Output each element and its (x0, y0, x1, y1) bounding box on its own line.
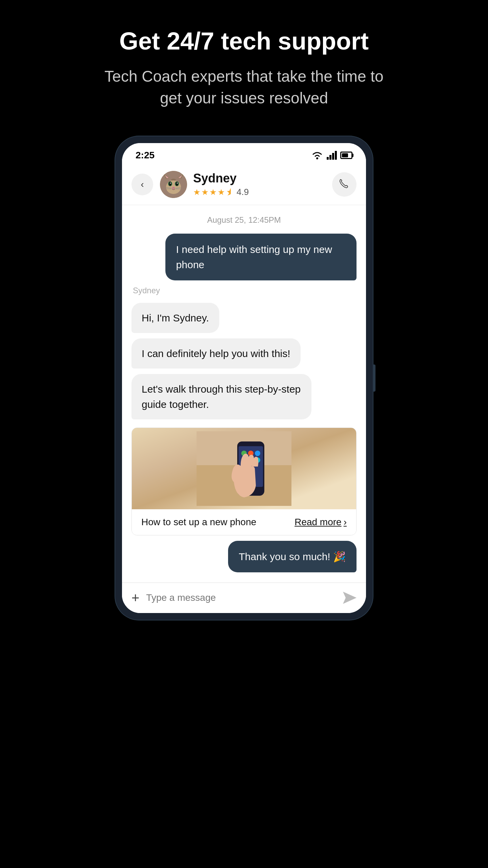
star-1: ★ (193, 188, 201, 197)
svg-marker-32 (343, 592, 357, 604)
agent-avatar (160, 171, 187, 198)
rating-number: 4.9 (237, 187, 249, 197)
page-title: Get 24/7 tech support (119, 27, 369, 55)
star-4: ★ (218, 188, 225, 197)
page-subtitle: Tech Coach experts that take the time to… (92, 65, 396, 109)
incoming-message-2: I can definitely help you with this! (131, 338, 301, 369)
chevron-right-icon: › (344, 517, 347, 528)
phone-in-hand-illustration (197, 431, 291, 506)
svg-point-14 (176, 182, 178, 186)
svg-rect-4 (335, 151, 337, 160)
message-input[interactable] (146, 592, 336, 603)
status-time: 2:25 (136, 150, 155, 161)
battery-icon (340, 152, 352, 159)
svg-rect-2 (329, 155, 331, 160)
star-2: ★ (201, 188, 209, 197)
send-button[interactable] (343, 592, 357, 604)
card-image (132, 428, 356, 509)
read-more-link[interactable]: Read more › (294, 517, 347, 528)
phone-frame: 2:25 (115, 136, 373, 620)
attachment-button[interactable]: + (131, 590, 139, 606)
back-button[interactable]: ‹ (131, 174, 153, 195)
agent-details: Sydney ★ ★ ★ ★ ⯨ 4.9 (193, 171, 249, 197)
chat-header: ‹ (122, 164, 366, 205)
agent-name: Sydney (193, 171, 249, 185)
status-icons (311, 151, 352, 160)
status-bar: 2:25 (122, 143, 366, 164)
input-area: + (122, 583, 366, 613)
message-timestamp: August 25, 12:45PM (131, 215, 357, 225)
svg-point-0 (316, 157, 318, 159)
cat-avatar-image (160, 171, 187, 198)
agent-info: Sydney ★ ★ ★ ★ ⯨ 4.9 (160, 171, 332, 198)
card-title: How to set up a new phone (141, 517, 256, 528)
outgoing-message-2: Thank you so much! 🎉 (228, 541, 357, 572)
svg-rect-3 (332, 153, 334, 160)
svg-point-17 (172, 187, 175, 189)
chat-app: ‹ (122, 164, 366, 613)
svg-point-13 (169, 182, 171, 186)
svg-rect-1 (327, 157, 329, 160)
phone-icon (339, 179, 350, 190)
sender-label: Sydney (133, 286, 357, 295)
wifi-icon (311, 151, 323, 160)
call-button[interactable] (332, 172, 357, 197)
incoming-message-1: Hi, I'm Sydney. (131, 303, 219, 333)
star-5-half: ⯨ (226, 188, 234, 197)
stars: ★ ★ ★ ★ ⯨ (193, 188, 234, 197)
star-3: ★ (209, 188, 217, 197)
signal-icon (327, 151, 337, 160)
messages-area: August 25, 12:45PM I need help with sett… (122, 205, 366, 583)
svg-point-16 (177, 182, 178, 183)
outgoing-message-1: I need help with setting up my new phone (165, 234, 357, 280)
card-footer: How to set up a new phone Read more › (132, 509, 356, 535)
incoming-message-3: Let's walk through this step-by-step gui… (131, 374, 311, 419)
agent-rating: ★ ★ ★ ★ ⯨ 4.9 (193, 187, 249, 197)
phone-screen: 2:25 (122, 143, 366, 613)
svg-point-28 (255, 451, 260, 456)
resource-card: How to set up a new phone Read more › (131, 428, 357, 535)
side-button (373, 364, 375, 392)
svg-point-15 (170, 182, 171, 183)
